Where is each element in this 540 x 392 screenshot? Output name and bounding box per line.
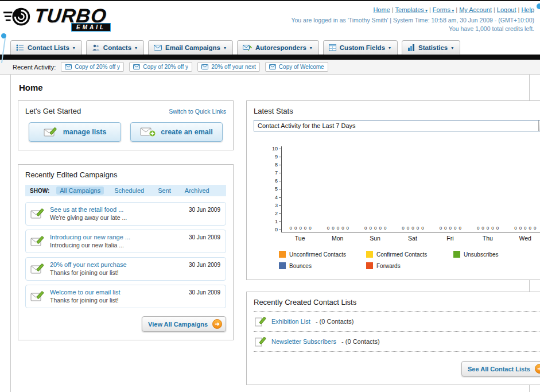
manage-lists-label: manage lists — [63, 128, 107, 136]
nav-tab-label: Autoresponders — [255, 44, 306, 51]
filter-tab-archived[interactable]: Archived — [181, 187, 213, 195]
header-link-help[interactable]: Help — [516, 6, 534, 13]
switch-quick-links-link[interactable]: Switch to Quick Links — [169, 108, 226, 115]
campaign-title-link[interactable]: Welcome to our email list — [50, 289, 121, 296]
campaign-item: 20% off your next purchase Thanks for jo… — [25, 257, 226, 281]
legend-item: Unsubscribes — [453, 251, 540, 258]
email-campaigns-icon — [154, 45, 162, 51]
campaign-date: 30 Jun 2009 — [189, 262, 220, 268]
filter-tab-sent[interactable]: Sent — [154, 187, 174, 195]
contact-list-link[interactable]: Newsletter Subscribers — [271, 338, 336, 345]
chart-column-group: 00000 — [469, 226, 506, 232]
chart-value-labels: 00000 — [402, 226, 424, 232]
nav-tab-email-campaigns[interactable]: Email Campaigns ▾ — [148, 40, 233, 55]
autoresponders-icon — [243, 45, 252, 51]
chevron-down-icon: ▾ — [73, 45, 75, 51]
campaign-title-link[interactable]: See us at the retail food ... — [50, 206, 127, 213]
nav-tab-autoresponders[interactable]: Autoresponders ▾ — [237, 40, 319, 55]
chart-plot-area: 00000000000000000000000000000000000 — [281, 146, 540, 232]
nav-tab-contact-lists[interactable]: Contact Lists ▾ — [10, 40, 82, 55]
campaigns-panel: Recently Edited Campaigns SHOW: All Camp… — [18, 164, 234, 340]
legend-label: Bounces — [289, 263, 312, 269]
legend-item: Unconfirmed Contacts — [279, 251, 366, 258]
view-all-campaigns-label: View All Campaigns — [148, 321, 208, 328]
view-all-campaigns-button[interactable]: View All Campaigns — [142, 316, 226, 332]
contact-list-row: Exhibition List - (0 Contacts) — [254, 312, 540, 332]
chart-x-label: Tue — [281, 235, 318, 242]
nav-tab-label: Contacts — [103, 44, 131, 51]
chart-value-labels: 00000 — [514, 226, 536, 232]
filter-tab-all-campaigns[interactable]: All Campaigns — [56, 187, 104, 195]
recent-activity-item[interactable]: Copy of 20% off yo — [129, 62, 192, 72]
chart-y-tick: 0 — [275, 227, 281, 232]
recent-activity-text: Copy of 20% off yo — [143, 64, 188, 70]
recent-activity-text: 20% off your next — [211, 64, 256, 70]
contacts-icon — [92, 44, 100, 51]
chart-value-labels: 00000 — [290, 226, 312, 232]
create-email-button[interactable]: create an email — [130, 122, 223, 142]
recent-activity-item[interactable]: Copy of Welcome to — [265, 62, 328, 72]
header-link-forms[interactable]: Forms — [428, 6, 454, 13]
chart-value-labels: 00000 — [327, 226, 349, 232]
right-column: Latest Stats Contact Activity for the La… — [246, 100, 540, 385]
campaigns-filter-bar: SHOW: All Campaigns Scheduled Sent Archi… — [25, 185, 226, 196]
see-all-contact-lists-button[interactable]: See All Contact Lists — [461, 361, 540, 377]
envelope-icon — [133, 64, 140, 69]
campaign-title-link[interactable]: Introducing our new range ... — [50, 234, 130, 240]
contact-activity-chart: 109876543210 000000000000000000000000000… — [269, 146, 540, 242]
chart-y-tick: 6 — [275, 178, 281, 184]
chart-value-labels: 00000 — [364, 226, 386, 232]
chart-column-group: 00000 — [319, 226, 356, 232]
campaign-item: Welcome to our email list Thanks for joi… — [25, 285, 226, 308]
chart-column-group: 00000 — [282, 226, 319, 232]
create-email-label: create an email — [161, 128, 212, 136]
nav-tab-label: Contact Lists — [28, 44, 69, 51]
chart-y-axis: 109876543210 — [269, 146, 281, 232]
chart-column-group: 00000 — [432, 226, 469, 232]
recent-activity-bar: Recent Activity: Copy of 20% off yo Copy… — [0, 60, 540, 75]
legend-label: Confirmed Contacts — [376, 251, 427, 258]
statistics-icon — [407, 44, 415, 51]
chart-x-label: Fri — [432, 235, 469, 242]
header-link-home[interactable]: Home — [373, 6, 390, 13]
header-links: HomeTemplatesFormsMy AccountLogoutHelp — [291, 6, 534, 15]
chart-x-label: Sat — [394, 235, 431, 242]
nav-tab-custom-fields[interactable]: Custom Fields ▾ — [323, 40, 398, 55]
header-link-logout[interactable]: Logout — [492, 6, 516, 13]
custom-fields-icon — [329, 44, 336, 51]
nav-tab-statistics[interactable]: Statistics ▾ — [402, 40, 460, 55]
contact-list-count: - (0 Contacts) — [316, 318, 354, 325]
pencil-page-icon — [255, 336, 266, 347]
nav-divider-bar — [0, 55, 540, 60]
header-link-templates[interactable]: Templates — [390, 6, 428, 13]
recent-activity-item[interactable]: Copy of 20% off yo — [61, 62, 124, 72]
recent-activity-label: Recent Activity: — [13, 64, 56, 71]
chart-column-group: 00000 — [394, 226, 432, 232]
envelope-icon — [269, 64, 276, 69]
chart-y-tick: 5 — [275, 187, 281, 192]
latest-stats-title: Latest Stats — [254, 107, 540, 115]
stats-period-dropdown[interactable]: Contact Activity for the Last 7 Days — [254, 120, 540, 131]
campaign-item: See us at the retail food ... We're givi… — [25, 202, 226, 226]
legend-swatch — [279, 262, 286, 269]
campaign-title-link[interactable]: 20% off your next purchase — [50, 261, 127, 268]
campaign-date: 30 Jun 2009 — [189, 207, 220, 213]
campaign-subtitle: We're giving away our late ... — [50, 214, 127, 221]
recent-activity-item[interactable]: 20% off your next — [197, 62, 260, 72]
contact-list-link[interactable]: Exhibition List — [271, 318, 310, 325]
header-link-my-account[interactable]: My Account — [454, 6, 492, 13]
swirl-logo-icon — [3, 5, 33, 30]
manage-lists-button[interactable]: manage lists — [29, 122, 121, 142]
chart-y-tick: 4 — [275, 195, 281, 200]
legend-swatch — [366, 251, 373, 258]
envelope-icon — [65, 64, 72, 69]
campaign-date: 30 Jun 2009 — [189, 289, 220, 296]
nav-tab-contacts[interactable]: Contacts ▾ — [86, 40, 144, 55]
get-started-panel: Let's Get Started Switch to Quick Links … — [18, 100, 234, 150]
chart-x-axis-labels: TueMonSunSatFriThuWed — [281, 235, 540, 242]
chart-x-label: Thu — [469, 235, 506, 242]
filter-tab-scheduled[interactable]: Scheduled — [111, 187, 147, 195]
legend-item: Confirmed Contacts — [366, 251, 453, 258]
decor-dot-right — [537, 3, 540, 9]
chart-column-group: 00000 — [357, 226, 394, 232]
